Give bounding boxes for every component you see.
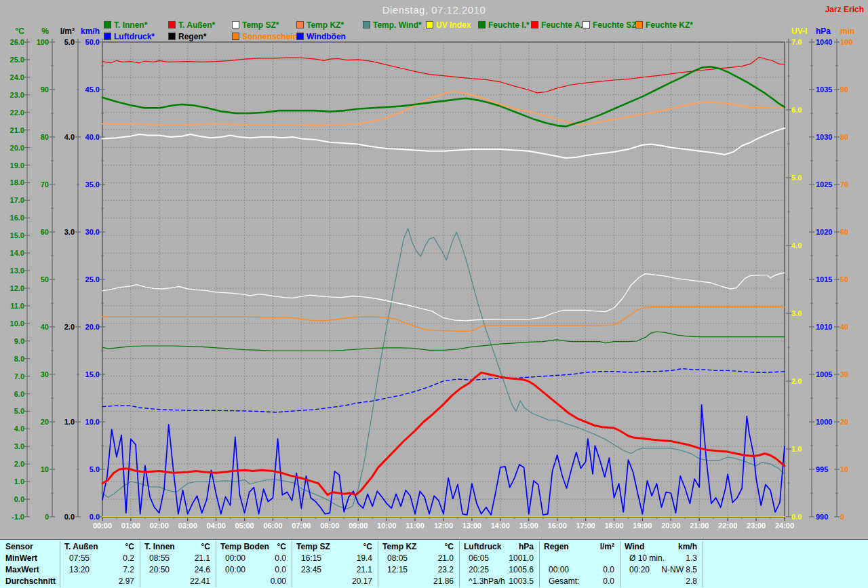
table-cell-value: 0.0 [216,564,286,575]
table-column-unit: hPa [459,541,534,552]
axis-tick-label: 90 [840,86,868,94]
axis-tick-label: 6.0 [0,391,24,398]
axis-tick-label: 21.0 [0,127,24,134]
table-column-unit: °C [216,541,286,552]
chart-plot [0,0,868,588]
table-cell-value: 24.6 [140,564,210,575]
table-row-label: MinWert [5,553,37,564]
x-axis-label: 10:00 [372,522,401,530]
table-cell-value: 7.2 [60,564,134,575]
axis-tick-label: 70 [840,181,868,189]
table-cell-value: 2.97 [60,576,134,587]
table-cell-value: N-NW 8.5 [620,564,697,575]
x-axis-label: 16:00 [542,522,572,530]
table-row-label: Durchschnitt [5,576,56,587]
x-axis-label: 17:00 [571,522,601,530]
axis-unit-label: min [840,27,868,35]
table-cell-value: 1003.5 [459,576,534,587]
x-axis-label: 08:00 [315,522,344,530]
table-cell-value: 0.0 [539,564,614,575]
table-cell-value: 0.0 [539,576,614,587]
table-cell-value: 0.0 [216,553,286,564]
axis-tick-label: 13.0 [0,267,24,275]
x-axis-label: 05:00 [230,522,260,530]
axis-tick-label: 22.0 [0,109,24,117]
x-axis-label: 03:00 [173,522,203,530]
axis-tick-label: 25.0 [59,276,100,283]
axis-tick-label: 8.0 [0,355,24,363]
axis-tick-label: 19.0 [0,162,24,170]
axis-tick-label: 0.0 [59,513,100,521]
x-axis-label: 20:00 [656,522,686,530]
x-axis-label: 21:00 [684,522,714,530]
table-cell-value: 22.41 [140,576,210,587]
x-axis-label: 00:00 [87,522,117,530]
axis-tick-label: 14.0 [0,250,24,257]
axis-tick-label: 50 [8,276,49,283]
table-column-unit: °C [60,541,134,552]
axis-tick-label: 5.0 [0,408,24,415]
axis-tick-label: 2.0 [791,378,825,385]
axis-tick-label: 10.0 [59,418,100,426]
table-cell-value: 0.2 [60,553,134,564]
table-cell-value: 1.3 [620,553,697,564]
axis-tick-label: 45.0 [59,86,100,94]
x-axis-label: 09:00 [343,522,373,530]
axis-tick-label: 60 [840,229,868,236]
axis-tick-label: 20 [840,418,868,426]
axis-tick-label: 50 [840,276,868,283]
axis-tick-label: 4.0 [0,425,24,433]
axis-tick-label: 17.0 [0,197,24,204]
table-column-unit: l/m² [539,541,614,552]
summary-table: SensorMinWertMaxWertDurchschnittT. Außen… [0,539,868,588]
axis-tick-label: 50.0 [59,39,100,46]
x-axis-label: 04:00 [201,522,231,530]
table-cell-value: 1001.0 [459,553,534,564]
x-axis-label: 01:00 [116,522,146,530]
axis-tick-label: 20.0 [0,144,24,152]
axis-tick-label: 80 [840,134,868,141]
table-cell-value: 23.2 [378,564,454,575]
axis-tick-label: 10 [8,466,49,473]
x-axis-label: 22:00 [713,522,743,530]
axis-tick-label: 90 [8,86,49,94]
x-axis-label: 18:00 [599,522,629,530]
table-cell-value: 21.1 [292,564,372,575]
table-row-label: Sensor [5,541,33,552]
x-axis-label: 13:00 [457,522,487,530]
axis-tick-label: 16.0 [0,214,24,222]
axis-tick-label: 24.0 [0,74,24,81]
table-cell-value: 21.1 [140,553,210,564]
table-column-unit: °C [140,541,210,552]
axis-tick-label: 3.0 [0,443,24,450]
x-axis-label: 06:00 [258,522,288,530]
table-row-label: MaxWert [5,564,39,575]
x-axis-label: 11:00 [400,522,430,530]
axis-tick-label: 10 [840,466,868,473]
axis-tick-label: 1.0 [791,446,825,453]
axis-tick-label: 0 [840,513,868,521]
axis-tick-label: 9.0 [0,338,24,345]
axis-tick-label: 5.0 [59,466,100,473]
axis-tick-label: 3.0 [791,310,825,317]
table-column-separator [703,541,703,587]
axis-tick-label: 12.0 [0,285,24,292]
axis-tick-label: 40 [840,324,868,331]
axis-tick-label: 4.0 [791,242,825,250]
axis-tick-label: 6.0 [791,106,825,114]
x-axis-label: 24:00 [770,522,800,530]
x-axis-label: 15:00 [514,522,544,530]
x-axis-label: 02:00 [144,522,174,530]
x-axis-label: 23:00 [741,522,771,530]
table-column-unit: km/h [620,541,697,552]
axis-tick-label: 35.0 [59,181,100,189]
table-cell-value: 2.8 [620,576,697,587]
axis-tick-label: 20.0 [59,324,100,331]
axis-tick-label: 40.0 [59,134,100,141]
axis-tick-label: 15.0 [59,371,100,378]
table-cell-value: 21.86 [378,576,454,587]
x-axis-label: 07:00 [286,522,316,530]
table-column-unit: °C [378,541,454,552]
table-cell-value: 19.4 [292,553,372,564]
axis-tick-label: 30 [8,371,49,378]
